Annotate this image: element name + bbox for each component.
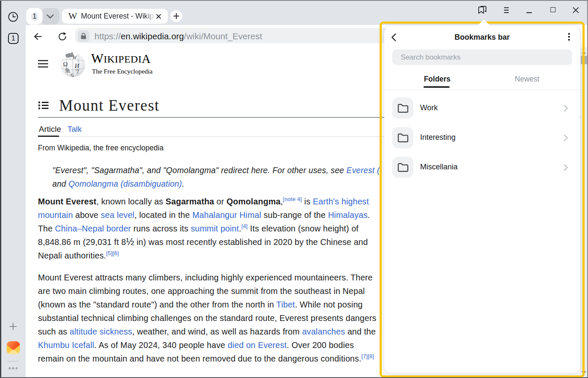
svg-text:ち: ち [70, 73, 74, 77]
svg-text:Ω: Ω [63, 61, 68, 68]
svg-text:7: 7 [76, 69, 79, 75]
svg-text:W: W [73, 54, 77, 60]
svg-text:1: 1 [32, 13, 36, 20]
svg-text:И: И [74, 63, 80, 69]
